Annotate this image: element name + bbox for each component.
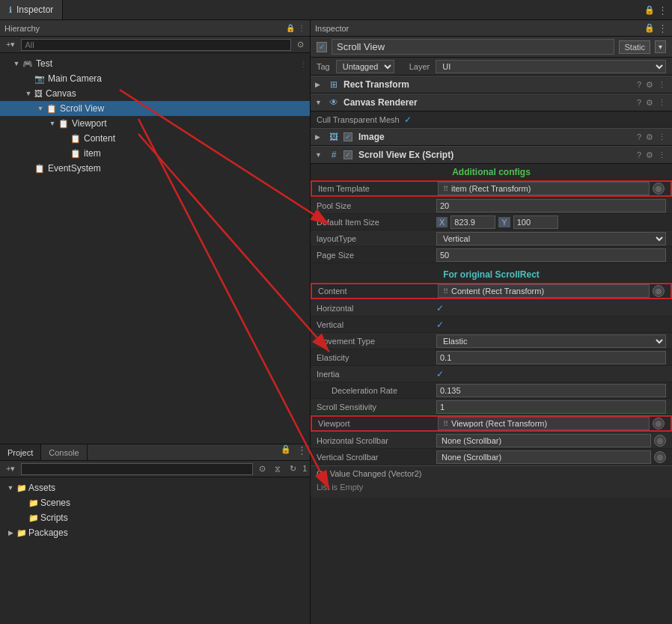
hierarchy-kebab-icon[interactable]: ⋮ bbox=[298, 24, 305, 32]
vertical-scrollbar-circle-btn[interactable]: ◎ bbox=[654, 451, 666, 463]
horizontal-scrollbar-circle-btn[interactable]: ◎ bbox=[654, 435, 666, 447]
project-search-input[interactable] bbox=[21, 463, 253, 475]
scroll-view-ex-enabled-checkbox[interactable]: ✓ bbox=[343, 150, 352, 159]
hierarchy-add-btn[interactable]: +▾ bbox=[3, 39, 18, 50]
movement-type-select[interactable]: Elastic bbox=[436, 334, 666, 348]
hierarchy-lock-icon[interactable]: 🔒 bbox=[286, 24, 295, 32]
gameobject-header: ✓ Static ▾ bbox=[311, 37, 672, 58]
tree-icon-content: 📋 bbox=[70, 134, 81, 144]
content-ref[interactable]: ⠿ Content (Rect Transform) bbox=[438, 284, 650, 298]
canvas-renderer-header[interactable]: ▼ 👁 Canvas Renderer ? ⚙ ⋮ bbox=[311, 94, 672, 111]
field-pool-size: Pool Size bbox=[311, 198, 672, 214]
project-kebab-icon[interactable]: ⋮ bbox=[294, 444, 310, 460]
tree-icon-test: 🎮 bbox=[22, 59, 33, 69]
canvas-renderer-arrow: ▼ bbox=[315, 99, 324, 106]
gameobject-name-input[interactable] bbox=[332, 39, 614, 55]
inspector-lock-icon[interactable]: 🔒 bbox=[644, 5, 655, 15]
scroll-view-ex-help-btn[interactable]: ? bbox=[635, 150, 643, 161]
project-search-btn[interactable]: ⊙ bbox=[256, 463, 269, 474]
tab-console[interactable]: Console bbox=[41, 444, 87, 460]
static-button[interactable]: Static bbox=[619, 40, 650, 54]
folder-scripts[interactable]: 📁 Scripts bbox=[0, 510, 310, 525]
tree-item-event-system[interactable]: 📋 EventSystem bbox=[0, 161, 310, 176]
image-enabled-checkbox[interactable]: ✓ bbox=[343, 132, 352, 141]
rect-transform-kebab-btn[interactable]: ⋮ bbox=[656, 79, 668, 91]
canvas-renderer-name: Canvas Renderer bbox=[343, 97, 632, 108]
field-layout-type-label: layoutType bbox=[317, 234, 436, 243]
tree-arrow-viewport: ▼ bbox=[48, 120, 57, 127]
layer-select[interactable]: UI bbox=[436, 60, 666, 73]
folder-packages[interactable]: ▶ 📁 Packages bbox=[0, 525, 310, 540]
horizontal-scrollbar-ref[interactable]: None (Scrollbar) bbox=[436, 434, 651, 447]
elasticity-input[interactable] bbox=[436, 351, 666, 364]
inspector-tab-title: Inspector bbox=[16, 4, 53, 15]
tree-item-test[interactable]: ▼ 🎮 Test ⋮ bbox=[0, 56, 310, 71]
content-circle-btn[interactable]: ◎ bbox=[653, 285, 665, 297]
static-dropdown-btn[interactable]: ▾ bbox=[655, 40, 666, 53]
gameobject-enabled-checkbox[interactable]: ✓ bbox=[317, 42, 327, 52]
deceleration-rate-input[interactable] bbox=[436, 384, 666, 397]
rect-transform-header[interactable]: ▶ ⊞ Rect Transform ? ⚙ ⋮ bbox=[311, 76, 672, 94]
canvas-renderer-settings-btn[interactable]: ⚙ bbox=[644, 97, 655, 108]
image-settings-btn[interactable]: ⚙ bbox=[644, 132, 655, 143]
tree-item-main-camera[interactable]: 📷 Main Camera bbox=[0, 71, 310, 86]
scroll-view-ex-header[interactable]: ▼ # ✓ Scroll View Ex (Script) ? ⚙ ⋮ bbox=[311, 146, 672, 164]
item-template-circle-btn[interactable]: ◎ bbox=[653, 183, 665, 195]
viewport-ref[interactable]: ⠿ Viewport (Rect Transform) bbox=[438, 417, 650, 430]
field-deceleration-rate-label: Deceleration Rate bbox=[317, 386, 436, 395]
inspector-tab[interactable]: ℹ Inspector bbox=[0, 0, 63, 19]
tag-select[interactable]: Untagged bbox=[336, 60, 394, 73]
tab-project[interactable]: Project bbox=[0, 444, 41, 460]
hierarchy-search-input[interactable] bbox=[21, 39, 291, 51]
image-help-btn[interactable]: ? bbox=[635, 132, 643, 143]
image-kebab-btn[interactable]: ⋮ bbox=[656, 132, 668, 143]
pool-size-input[interactable] bbox=[436, 199, 666, 212]
folder-scenes[interactable]: 📁 Scenes bbox=[0, 495, 310, 510]
field-elasticity: Elasticity bbox=[311, 349, 672, 366]
item-size-y-input[interactable] bbox=[513, 215, 558, 229]
vertical-scrollbar-ref[interactable]: None (Scrollbar) bbox=[436, 450, 651, 464]
hierarchy-search-btn[interactable]: ⊙ bbox=[294, 39, 307, 50]
canvas-renderer-icon: 👁 bbox=[327, 97, 340, 108]
inspector-header-lock-icon[interactable]: 🔒 bbox=[644, 23, 655, 33]
rect-transform-help-btn[interactable]: ? bbox=[635, 79, 643, 91]
field-horizontal-label: Horizontal bbox=[317, 304, 436, 313]
item-template-ref[interactable]: ⠿ item (Rect Transform) bbox=[438, 182, 650, 195]
assets-label: Assets bbox=[28, 483, 55, 493]
scripts-label: Scripts bbox=[40, 513, 68, 523]
tree-kebab-test[interactable]: ⋮ bbox=[299, 60, 307, 68]
folder-assets[interactable]: ▼ 📁 Assets bbox=[0, 480, 310, 495]
canvas-renderer-help-btn[interactable]: ? bbox=[635, 97, 643, 108]
inspector-kebab-icon[interactable]: ⋮ bbox=[658, 4, 668, 16]
tree-item-viewport[interactable]: ▼ 📋 Viewport bbox=[0, 116, 310, 131]
hierarchy-title: Hierarchy bbox=[4, 24, 283, 33]
field-vertical-scrollbar-value: None (Scrollbar) ◎ bbox=[436, 450, 666, 464]
scroll-sensitivity-input[interactable] bbox=[436, 400, 666, 414]
tree-item-canvas[interactable]: ▼ 🖼 Canvas bbox=[0, 86, 310, 101]
image-header[interactable]: ▶ 🖼 ✓ Image ? ⚙ ⋮ bbox=[311, 128, 672, 146]
project-filter-btn[interactable]: ⧖ bbox=[272, 463, 284, 474]
page-size-input[interactable] bbox=[436, 248, 666, 262]
rect-transform-settings-btn[interactable]: ⚙ bbox=[644, 79, 655, 91]
field-horizontal-value: ✓ bbox=[436, 303, 666, 313]
tree-item-scroll-view[interactable]: ▼ 📋 Scroll View bbox=[0, 101, 310, 116]
layout-type-select[interactable]: Vertical bbox=[436, 232, 666, 245]
tree-item-item[interactable]: 📋 item bbox=[0, 146, 310, 161]
tree-item-content[interactable]: 📋 Content bbox=[0, 131, 310, 146]
project-add-btn[interactable]: +▾ bbox=[3, 463, 18, 474]
project-lock-icon[interactable]: 🔒 bbox=[278, 444, 294, 460]
viewport-circle-btn[interactable]: ◎ bbox=[653, 417, 665, 429]
tree-label-item: item bbox=[84, 148, 101, 159]
canvas-renderer-kebab-btn[interactable]: ⋮ bbox=[656, 97, 668, 108]
scripts-icon: 📁 bbox=[28, 513, 39, 523]
inspector-header-kebab-icon[interactable]: ⋮ bbox=[658, 22, 668, 34]
item-size-x-input[interactable] bbox=[450, 215, 495, 229]
field-viewport-value: ⠿ Viewport (Rect Transform) ◎ bbox=[438, 417, 665, 430]
project-sync-btn[interactable]: ↻ bbox=[287, 463, 299, 474]
field-content-value: ⠿ Content (Rect Transform) ◎ bbox=[438, 284, 665, 298]
packages-icon: 📁 bbox=[16, 528, 27, 538]
project-toolbar: +▾ ⊙ ⧖ ↻ 1 bbox=[0, 461, 310, 477]
scroll-view-ex-kebab-btn[interactable]: ⋮ bbox=[656, 150, 668, 161]
scroll-view-ex-settings-btn[interactable]: ⚙ bbox=[644, 150, 655, 161]
hierarchy-header: Hierarchy 🔒 ⋮ bbox=[0, 20, 310, 37]
